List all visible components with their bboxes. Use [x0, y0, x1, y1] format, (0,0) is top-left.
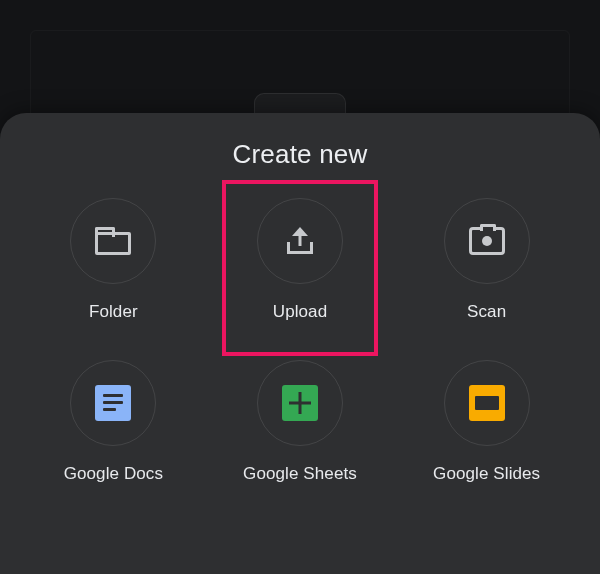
- create-new-sheet: Create new Folder Upload Scan: [0, 113, 600, 574]
- folder-icon: [95, 227, 131, 255]
- google-docs-label: Google Docs: [64, 464, 163, 484]
- google-sheets-option[interactable]: Google Sheets: [207, 360, 394, 484]
- slides-icon: [469, 385, 505, 421]
- docs-icon: [95, 385, 131, 421]
- folder-icon-circle: [70, 198, 156, 284]
- upload-icon-circle: [257, 198, 343, 284]
- scan-option[interactable]: Scan: [393, 198, 580, 322]
- sheets-icon: [282, 385, 318, 421]
- google-slides-option[interactable]: Google Slides: [393, 360, 580, 484]
- sheet-title: Create new: [0, 139, 600, 170]
- scan-label: Scan: [467, 302, 506, 322]
- folder-option[interactable]: Folder: [20, 198, 207, 322]
- google-sheets-label: Google Sheets: [243, 464, 357, 484]
- upload-option[interactable]: Upload: [207, 198, 394, 322]
- google-docs-option[interactable]: Google Docs: [20, 360, 207, 484]
- create-option-grid: Folder Upload Scan: [0, 198, 600, 484]
- folder-label: Folder: [89, 302, 138, 322]
- upload-icon: [285, 226, 315, 256]
- camera-icon: [469, 227, 505, 255]
- google-slides-label: Google Slides: [433, 464, 540, 484]
- docs-icon-circle: [70, 360, 156, 446]
- slides-icon-circle: [444, 360, 530, 446]
- scan-icon-circle: [444, 198, 530, 284]
- upload-label: Upload: [273, 302, 327, 322]
- sheets-icon-circle: [257, 360, 343, 446]
